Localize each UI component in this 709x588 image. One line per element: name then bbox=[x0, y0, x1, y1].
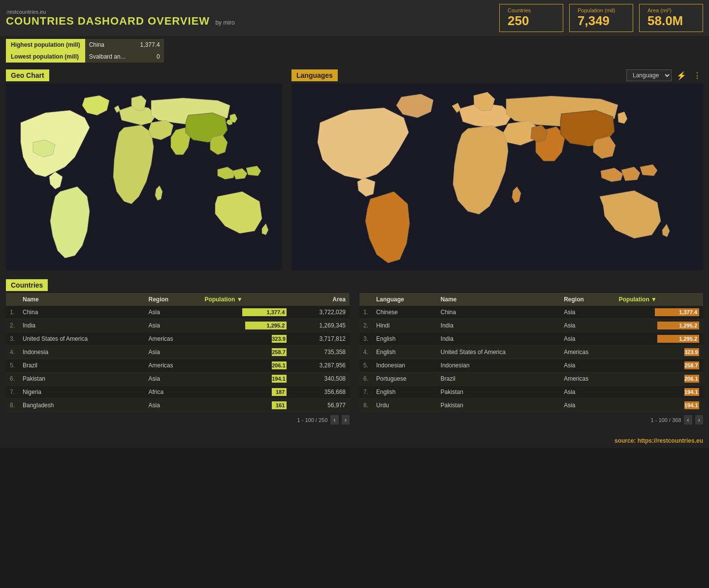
lang-row-population: 258.7 bbox=[615, 359, 703, 372]
area-label: Area (mi²) bbox=[647, 7, 695, 13]
area-value: 58.0M bbox=[647, 13, 695, 29]
header: :restcountries.eu COUNTRIES DASHOARD OVE… bbox=[0, 0, 709, 36]
lowest-pop-label: Lowest population (mill) bbox=[6, 51, 85, 63]
col-num bbox=[6, 293, 19, 306]
lang-row-region: Asia bbox=[560, 359, 615, 372]
row-region: Asia bbox=[144, 319, 200, 332]
stats-cards: Countries 250 Population (mil) 7,349 Are… bbox=[499, 4, 703, 32]
countries-table: Name Region Population ▼ Area 1. China A… bbox=[6, 293, 350, 412]
pop-stats-table: Highest population (mill) China 1,377.4 … bbox=[6, 39, 164, 63]
lang-row-num: 6. bbox=[359, 372, 372, 386]
table-row: 2. Hindi India Asia 1,295.2 bbox=[359, 319, 703, 332]
languages-table-wrapper: Language Name Region Population ▼ 1. Chi… bbox=[359, 293, 703, 427]
table-row: 5. Brazil Americas 206.1 3,287,956 bbox=[6, 359, 350, 372]
countries-section-header: Countries bbox=[0, 275, 709, 293]
countries-prev-btn[interactable]: ‹ bbox=[330, 415, 338, 425]
countries-page-info: 1 - 100 / 250 bbox=[297, 417, 328, 423]
countries-pagination: 1 - 100 / 250 ‹ › bbox=[6, 412, 350, 427]
lang-col-region[interactable]: Region bbox=[560, 293, 615, 306]
countries-card: Countries 250 bbox=[499, 4, 563, 32]
lang-row-region: Asia bbox=[560, 386, 615, 399]
col-population[interactable]: Population ▼ bbox=[200, 293, 290, 306]
languages-prev-btn[interactable]: ‹ bbox=[684, 415, 692, 425]
lang-row-region: Asia bbox=[560, 332, 615, 346]
lang-row-language: Urdu bbox=[372, 399, 437, 412]
table-row: 6. Portuguese Brazil Americas 206.1 bbox=[359, 372, 703, 386]
lang-row-name: Pakistan bbox=[437, 399, 560, 412]
row-region: Asia bbox=[144, 399, 200, 412]
row-name: Bangladesh bbox=[19, 399, 144, 412]
table-row: 4. Indonesia Asia 258.7 735,358 bbox=[6, 346, 350, 359]
lang-col-language[interactable]: Language bbox=[372, 293, 437, 306]
row-region: Americas bbox=[144, 332, 200, 346]
row-population: 194.1 bbox=[200, 372, 290, 386]
area-card: Area (mi²) 58.0M bbox=[639, 4, 703, 32]
pop-info-left: Highest population (mill) China 1,377.4 … bbox=[6, 39, 282, 63]
lang-col-name[interactable]: Name bbox=[437, 293, 560, 306]
languages-page-info: 1 - 100 / 368 bbox=[651, 417, 681, 423]
languages-header: Languages Language ⚡ ⋮ bbox=[291, 69, 703, 81]
source-link[interactable]: source: https://restcountries.eu bbox=[614, 437, 703, 444]
countries-label: Countries bbox=[508, 7, 555, 13]
row-name: Brazil bbox=[19, 359, 144, 372]
lang-row-num: 3. bbox=[359, 332, 372, 346]
row-population: 161 bbox=[200, 399, 290, 412]
row-num: 8. bbox=[6, 399, 19, 412]
table-row: 3. English India Asia 1,295.2 bbox=[359, 332, 703, 346]
lang-row-region: Asia bbox=[560, 306, 615, 319]
language-dropdown[interactable]: Language bbox=[626, 69, 672, 81]
row-num: 7. bbox=[6, 386, 19, 399]
row-name: United States of America bbox=[19, 332, 144, 346]
row-area: 3,722,029 bbox=[290, 306, 350, 319]
pop-info-right bbox=[282, 39, 703, 63]
row-area: 1,269,345 bbox=[290, 319, 350, 332]
row-num: 3. bbox=[6, 332, 19, 346]
countries-table-wrapper: Name Region Population ▼ Area 1. China A… bbox=[6, 293, 350, 427]
lang-row-region: Asia bbox=[560, 399, 615, 412]
row-area: 340,508 bbox=[290, 372, 350, 386]
lang-row-population: 323.9 bbox=[615, 346, 703, 359]
geo-map-svg bbox=[6, 83, 282, 270]
lightning-icon[interactable]: ⚡ bbox=[675, 71, 688, 80]
lang-col-population[interactable]: Population ▼ bbox=[615, 293, 703, 306]
lang-row-language: Chinese bbox=[372, 306, 437, 319]
row-area: 56,977 bbox=[290, 399, 350, 412]
col-region[interactable]: Region bbox=[144, 293, 200, 306]
pop-info-section: Highest population (mill) China 1,377.4 … bbox=[0, 36, 709, 65]
table-row: 8. Urdu Pakistan Asia 194.1 bbox=[359, 399, 703, 412]
lang-row-num: 1. bbox=[359, 306, 372, 319]
lang-row-region: Asia bbox=[560, 319, 615, 332]
row-region: Americas bbox=[144, 359, 200, 372]
lowest-pop-value: 0 bbox=[134, 51, 164, 63]
lang-row-name: United States of America bbox=[437, 346, 560, 359]
row-population: 1,377.4 bbox=[200, 306, 290, 319]
site-url: :restcountries.eu bbox=[6, 9, 235, 15]
row-num: 5. bbox=[6, 359, 19, 372]
geo-chart-title: Geo Chart bbox=[6, 69, 49, 81]
countries-next-btn[interactable]: › bbox=[342, 415, 350, 425]
geo-header: Geo Chart bbox=[6, 69, 282, 81]
highest-pop-value: 1,377.4 bbox=[134, 39, 164, 51]
row-area: 3,287,956 bbox=[290, 359, 350, 372]
col-name[interactable]: Name bbox=[19, 293, 144, 306]
lang-row-num: 8. bbox=[359, 399, 372, 412]
lang-row-language: Hindi bbox=[372, 319, 437, 332]
lang-row-population: 1,377.4 bbox=[615, 306, 703, 319]
languages-table: Language Name Region Population ▼ 1. Chi… bbox=[359, 293, 703, 412]
population-label: Population (mil) bbox=[578, 7, 625, 13]
more-options-icon[interactable]: ⋮ bbox=[691, 71, 703, 80]
population-card: Population (mil) 7,349 bbox=[569, 4, 633, 32]
lang-row-language: English bbox=[372, 386, 437, 399]
highest-pop-country: China bbox=[85, 39, 134, 51]
row-num: 1. bbox=[6, 306, 19, 319]
lang-row-num: 5. bbox=[359, 359, 372, 372]
languages-title: Languages bbox=[291, 69, 338, 81]
table-row: 8. Bangladesh Asia 161 56,977 bbox=[6, 399, 350, 412]
lang-col-num bbox=[359, 293, 372, 306]
col-area[interactable]: Area bbox=[290, 293, 350, 306]
lang-row-name: Indonesian bbox=[437, 359, 560, 372]
lang-row-region: Americas bbox=[560, 346, 615, 359]
languages-next-btn[interactable]: › bbox=[695, 415, 703, 425]
row-num: 2. bbox=[6, 319, 19, 332]
lang-row-name: Pakistan bbox=[437, 386, 560, 399]
